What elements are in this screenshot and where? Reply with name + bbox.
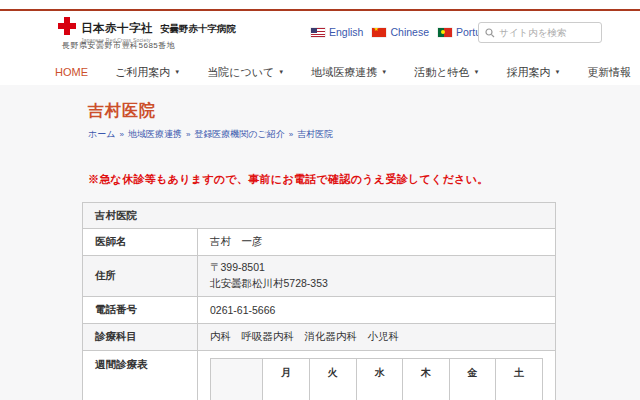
chevron-down-icon: ▼ xyxy=(473,69,479,75)
nav-regional-care[interactable]: 地域医療連携 ▼ xyxy=(311,65,387,80)
breadcrumb: ホーム » 地域医療連携 » 登録医療機関のご紹介 » 吉村医院 xyxy=(88,128,333,141)
nav-about-label: 当院について xyxy=(207,65,274,80)
table-row: 診療科目 内科 呼吸器内科 消化器内科 小児科 xyxy=(83,323,556,350)
address-value: 〒399-8501 北安曇郡松川村5728-353 xyxy=(198,256,556,297)
chevron-down-icon: ▼ xyxy=(554,69,560,75)
schedule-header-row: 月 火 水 木 金 土 xyxy=(211,358,543,400)
nav-guide[interactable]: ご利用案内 ▼ xyxy=(115,65,180,80)
search-input[interactable] xyxy=(499,27,595,38)
chevron-down-icon: ▼ xyxy=(278,69,284,75)
table-row: 電話番号 0261-61-5666 xyxy=(83,296,556,323)
red-cross-logo-icon[interactable] xyxy=(57,16,77,36)
doctor-label: 医師名 xyxy=(83,229,198,256)
site-search xyxy=(478,22,602,43)
day-sat: 土 xyxy=(496,358,543,400)
org-name: 日本赤十字社 xyxy=(81,22,153,34)
table-row: 住所 〒399-8501 北安曇郡松川村5728-353 xyxy=(83,256,556,297)
nav-regional-care-label: 地域医療連携 xyxy=(311,65,377,80)
weekly-schedule-table: 月 火 水 木 金 土 午前 O O O O O xyxy=(210,358,543,400)
street-address: 北安曇郡松川村5728-353 xyxy=(210,276,543,292)
main-navigation: HOME ご利用案内 ▼ 当院について ▼ 地域医療連携 ▼ 活動と特色 ▼ 採… xyxy=(55,60,631,84)
schedule-label: 週間診療表 xyxy=(83,350,198,400)
doctor-value: 吉村 一彦 xyxy=(198,229,556,256)
nav-recruit[interactable]: 採用案内 ▼ xyxy=(506,65,560,80)
breadcrumb-regional-care[interactable]: 地域医療連携 xyxy=(128,128,182,141)
table-row: 週間診療表 月 火 水 木 金 土 午前 O O xyxy=(83,350,556,400)
china-flag-icon xyxy=(372,28,386,37)
phone-value: 0261-61-5666 xyxy=(198,296,556,323)
nav-updates-label: 更新情報 xyxy=(587,65,631,80)
day-fri: 金 xyxy=(449,358,496,400)
hospital-name: 安曇野赤十字病院 xyxy=(160,23,236,34)
nav-guide-label: ご利用案内 xyxy=(115,65,170,80)
breadcrumb-separator: » xyxy=(119,130,123,139)
lang-english-link[interactable]: English xyxy=(311,26,363,38)
breadcrumb-separator: » xyxy=(186,130,190,139)
chevron-down-icon: ▼ xyxy=(381,69,387,75)
nav-recruit-label: 採用案内 xyxy=(506,65,550,80)
nav-home-label: HOME xyxy=(55,66,88,78)
departments-label: 診療科目 xyxy=(83,323,198,350)
day-thu: 木 xyxy=(403,358,450,400)
departments-value: 内科 呼吸器内科 消化器内科 小児科 xyxy=(198,323,556,350)
main-content: 吉村医院 ホーム » 地域医療連携 » 登録医療機関のご紹介 » 吉村医院 ※急… xyxy=(0,85,640,400)
hospital-address: 長野県安曇野市豊科5685番地 xyxy=(62,40,175,51)
lang-chinese-link[interactable]: Chinese xyxy=(372,26,429,38)
clinic-name: 吉村医院 xyxy=(83,203,556,229)
clinic-info-table: 吉村医院 医師名 吉村 一彦 住所 〒399-8501 北安曇郡松川村5728-… xyxy=(82,202,556,400)
lang-english-label: English xyxy=(329,26,363,38)
closure-warning-text: ※急な休診等もありますので、事前にお電話で確認のうえ受診してください。 xyxy=(88,172,489,187)
day-wed: 水 xyxy=(356,358,403,400)
nav-about[interactable]: 当院について ▼ xyxy=(207,65,284,80)
schedule-value: 月 火 水 木 金 土 午前 O O O O O xyxy=(198,350,556,400)
page-title: 吉村医院 xyxy=(88,101,156,122)
breadcrumb-home[interactable]: ホーム xyxy=(88,128,115,141)
table-row: 医師名 吉村 一彦 xyxy=(83,229,556,256)
breadcrumb-registered-institutions[interactable]: 登録医療機関のご紹介 xyxy=(194,128,284,141)
day-tue: 火 xyxy=(310,358,357,400)
phone-label: 電話番号 xyxy=(83,296,198,323)
nav-features[interactable]: 活動と特色 ▼ xyxy=(414,65,479,80)
nav-home[interactable]: HOME xyxy=(55,66,88,78)
portugal-flag-icon xyxy=(438,28,452,37)
search-icon xyxy=(485,28,495,38)
us-flag-icon xyxy=(311,28,325,37)
table-row: 吉村医院 xyxy=(83,203,556,229)
address-label: 住所 xyxy=(83,256,198,297)
nav-features-label: 活動と特色 xyxy=(414,65,469,80)
schedule-corner-cell xyxy=(211,358,263,400)
postal-code: 〒399-8501 xyxy=(210,260,543,276)
nav-updates[interactable]: 更新情報 xyxy=(587,65,631,80)
day-mon: 月 xyxy=(263,358,310,400)
breadcrumb-separator: » xyxy=(289,130,293,139)
top-accent-line xyxy=(0,9,640,11)
lang-chinese-label: Chinese xyxy=(390,26,429,38)
chevron-down-icon: ▼ xyxy=(174,69,180,75)
breadcrumb-current-page[interactable]: 吉村医院 xyxy=(297,128,333,141)
